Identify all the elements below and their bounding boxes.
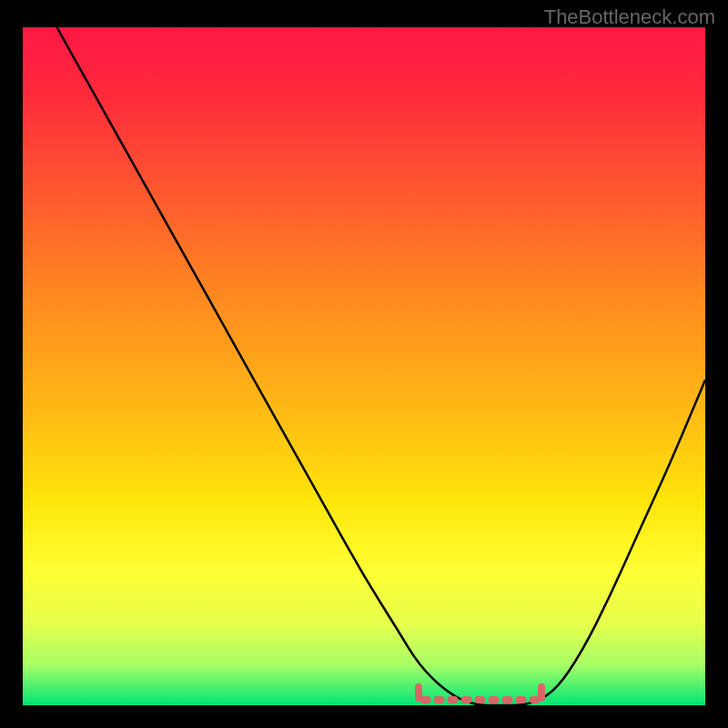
bottleneck-chart bbox=[23, 27, 705, 705]
svg-rect-10 bbox=[530, 696, 541, 703]
svg-rect-9 bbox=[516, 696, 527, 703]
svg-rect-3 bbox=[434, 696, 445, 703]
svg-rect-8 bbox=[502, 696, 513, 703]
chart-plot-area bbox=[23, 27, 705, 705]
svg-rect-4 bbox=[448, 696, 459, 703]
svg-rect-5 bbox=[461, 696, 472, 703]
watermark-text: TheBottleneck.com bbox=[544, 5, 715, 29]
svg-rect-2 bbox=[420, 696, 431, 703]
gradient-background bbox=[23, 27, 705, 705]
svg-rect-7 bbox=[489, 696, 500, 703]
svg-rect-6 bbox=[475, 696, 486, 703]
